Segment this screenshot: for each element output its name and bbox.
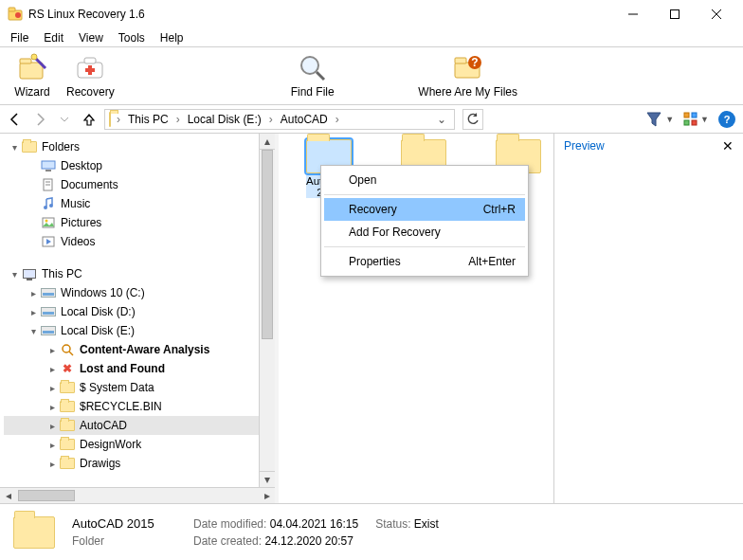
preview-panel: Preview ✕ [553, 134, 743, 503]
tree-item[interactable]: DesignWork [4, 435, 259, 454]
tree-item[interactable]: Desktop [4, 156, 259, 175]
svg-point-30 [44, 206, 47, 209]
find-file-button[interactable]: Find File [283, 47, 342, 104]
menu-edit[interactable]: Edit [36, 29, 71, 46]
toolbar: Wizard Recovery Find File ? Where Are My… [0, 46, 743, 105]
disk-icon [41, 307, 56, 316]
breadcrumb-item[interactable]: AutoCAD [279, 113, 330, 126]
vertical-scrollbar[interactable]: ▴ ▾ [259, 134, 275, 503]
svg-point-31 [49, 204, 53, 208]
folder-tree-panel: Folders Desktop Documents Music Pictures… [0, 134, 275, 503]
chevron-right-icon: › [115, 113, 122, 126]
context-properties[interactable]: PropertiesAlt+Enter [324, 250, 525, 273]
wand-icon [17, 53, 47, 83]
breadcrumb-item[interactable]: Local Disk (E:) [186, 113, 263, 126]
svg-point-10 [31, 54, 37, 60]
menu-bar: File Edit View Tools Help [0, 28, 743, 46]
videos-icon [40, 236, 57, 247]
menu-help[interactable]: Help [153, 29, 191, 46]
disk-icon [41, 326, 56, 335]
chevron-down-icon[interactable]: ⌄ [433, 113, 450, 126]
history-dropdown[interactable] [57, 112, 72, 127]
svg-rect-4 [671, 10, 680, 19]
app-icon [8, 7, 23, 22]
refresh-button[interactable] [462, 109, 483, 130]
window-title: RS Linux Recovery 1.6 [28, 8, 612, 21]
svg-text:?: ? [471, 56, 478, 69]
tree-this-pc[interactable]: This PC [4, 264, 259, 283]
where-files-button[interactable]: ? Where Are My Files [407, 47, 530, 104]
tree-drive[interactable]: Local Disk (E:) [4, 321, 259, 340]
svg-point-2 [15, 12, 21, 18]
svg-rect-21 [684, 113, 689, 117]
details-created: 24.12.2020 20:57 [264, 534, 353, 548]
details-status: Exist [414, 517, 439, 531]
document-icon [40, 178, 57, 191]
tree-item[interactable]: $RECYCLE.BIN [4, 397, 259, 416]
back-button[interactable] [8, 112, 23, 127]
pc-icon [23, 269, 36, 279]
tree-item[interactable]: Drawigs [4, 454, 259, 473]
tree-item[interactable]: $ System Data [4, 378, 259, 397]
tree-drive[interactable]: Windows 10 (C:) [4, 283, 259, 302]
recovery-button[interactable]: Recovery [59, 47, 122, 104]
menu-tools[interactable]: Tools [111, 29, 153, 46]
svg-point-35 [63, 345, 70, 352]
music-icon [40, 197, 57, 210]
breadcrumb[interactable]: › This PC › Local Disk (E:) › AutoCAD › … [104, 109, 455, 130]
svg-line-36 [69, 352, 73, 355]
menu-file[interactable]: File [3, 29, 36, 46]
tree-item[interactable]: ✖Lost and Found [4, 359, 259, 378]
scrollbar-thumb[interactable] [262, 150, 273, 339]
details-name: AutoCAD 2015 [72, 516, 176, 531]
svg-rect-23 [684, 120, 689, 125]
minimize-button[interactable] [612, 0, 654, 28]
tree-item-selected[interactable]: AutoCAD [4, 416, 259, 435]
svg-line-16 [317, 72, 324, 80]
details-bar: AutoCAD 2015 Folder Date modified: 04.04… [0, 503, 743, 560]
context-recovery[interactable]: RecoveryCtrl+R [324, 198, 525, 221]
folder-question-icon: ? [453, 53, 483, 83]
svg-point-15 [301, 57, 318, 74]
svg-rect-12 [84, 58, 96, 63]
horizontal-scrollbar[interactable]: ◂▸ [0, 487, 275, 503]
tree-item[interactable]: Music [4, 194, 259, 213]
svg-rect-14 [85, 68, 95, 72]
context-open[interactable]: Open [324, 169, 525, 191]
close-button[interactable] [696, 0, 737, 28]
wizard-button[interactable]: Wizard [6, 47, 59, 104]
x-icon: ✖ [59, 363, 76, 374]
tree-root-folders[interactable]: Folders [4, 137, 259, 156]
tree-item[interactable]: Videos [4, 232, 259, 251]
address-bar: › This PC › Local Disk (E:) › AutoCAD › … [0, 105, 743, 134]
forward-button[interactable] [32, 112, 47, 127]
disk-icon [41, 288, 56, 298]
maximize-button[interactable] [654, 0, 696, 28]
view-options-button[interactable]: ▼ [683, 112, 709, 127]
context-add-for-recovery[interactable]: Add For Recovery [324, 221, 525, 244]
svg-rect-22 [692, 113, 697, 117]
svg-rect-26 [45, 170, 51, 172]
svg-point-33 [45, 220, 48, 223]
svg-rect-18 [455, 58, 466, 63]
pictures-icon [40, 217, 57, 228]
tree-item[interactable]: Documents [4, 175, 259, 194]
breadcrumb-item[interactable]: This PC [126, 113, 171, 126]
desktop-icon [40, 160, 57, 172]
tree-item[interactable]: Content-Aware Analysis [4, 340, 259, 359]
svg-rect-25 [42, 161, 55, 169]
up-button[interactable] [82, 112, 97, 127]
details-modified: 04.04.2021 16:15 [270, 517, 358, 531]
folder-icon [109, 113, 111, 126]
close-preview-button[interactable]: ✕ [722, 139, 734, 153]
filter-button[interactable]: ▼ [646, 112, 674, 127]
tree-item[interactable]: Pictures [4, 213, 259, 232]
context-menu: Open RecoveryCtrl+R Add For Recovery Pro… [320, 165, 529, 277]
menu-view[interactable]: View [71, 29, 111, 46]
svg-rect-8 [20, 59, 31, 63]
help-button[interactable]: ? [718, 111, 735, 128]
svg-rect-7 [20, 63, 43, 79]
folder-icon [13, 516, 55, 549]
svg-rect-1 [9, 8, 15, 11]
tree-drive[interactable]: Local Disk (D:) [4, 302, 259, 321]
